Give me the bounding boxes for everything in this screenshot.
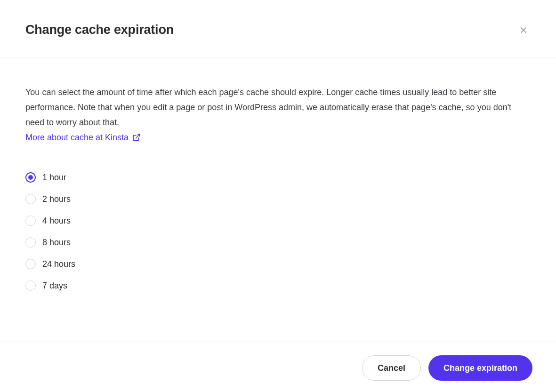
radio-8-hours[interactable]: 8 hours: [25, 237, 531, 248]
radio-label: 4 hours: [42, 216, 71, 226]
radio-indicator: [25, 216, 36, 226]
radio-indicator: [25, 194, 36, 204]
radio-label: 24 hours: [42, 259, 75, 269]
close-button[interactable]: [516, 23, 531, 37]
cache-expiration-radio-group: 1 hour 2 hours 4 hours 8 hours 24 hours …: [25, 172, 531, 291]
svg-line-2: [136, 134, 140, 138]
modal-footer: Cancel Change expiration: [0, 342, 556, 392]
modal-body: You can select the amount of time after …: [0, 57, 556, 342]
radio-label: 1 hour: [42, 173, 66, 183]
radio-label: 8 hours: [42, 238, 71, 248]
radio-24-hours[interactable]: 24 hours: [25, 259, 531, 269]
radio-indicator: [25, 172, 36, 183]
more-about-cache-link[interactable]: More about cache at Kinsta: [25, 130, 141, 145]
more-link-text: More about cache at Kinsta: [25, 130, 129, 145]
change-cache-expiration-modal: Change cache expiration You can select t…: [0, 0, 556, 392]
radio-indicator: [25, 259, 36, 269]
modal-description: You can select the amount of time after …: [25, 85, 531, 130]
radio-indicator: [25, 237, 36, 248]
change-expiration-button[interactable]: Change expiration: [428, 355, 532, 381]
radio-indicator: [25, 280, 36, 291]
cancel-button[interactable]: Cancel: [362, 355, 421, 381]
radio-2-hours[interactable]: 2 hours: [25, 194, 531, 204]
modal-header: Change cache expiration: [0, 0, 556, 57]
radio-4-hours[interactable]: 4 hours: [25, 216, 531, 226]
radio-label: 7 days: [42, 281, 67, 291]
external-link-icon: [132, 133, 141, 142]
close-icon: [519, 26, 528, 34]
modal-title: Change cache expiration: [25, 23, 174, 37]
radio-label: 2 hours: [42, 194, 71, 204]
radio-1-hour[interactable]: 1 hour: [25, 172, 531, 183]
radio-7-days[interactable]: 7 days: [25, 280, 531, 291]
